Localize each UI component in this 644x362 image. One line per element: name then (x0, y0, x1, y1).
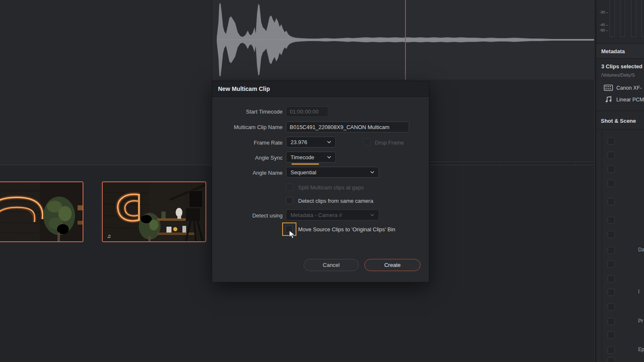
detect-same-camera-checkbox[interactable] (286, 197, 293, 204)
metadata-field-checkbox-2[interactable] (608, 165, 615, 173)
metadata-field-checkbox-9[interactable] (608, 275, 615, 282)
playhead-line[interactable] (405, 0, 406, 80)
audio-codec-icon (605, 96, 612, 103)
dialog-title: New Multicam Clip (218, 85, 270, 92)
create-button[interactable]: Create (364, 259, 421, 271)
frame-rate-label: Frame Rate (212, 140, 283, 146)
meter-tick-30: -30 (600, 10, 605, 14)
drop-frame-checkbox[interactable] (364, 138, 371, 145)
angle-sync-dropdown[interactable]: Timecode (286, 152, 336, 163)
video-codec-text: Canon XF- (616, 85, 641, 91)
detect-using-dropdown[interactable]: Metadata - Camera # (286, 209, 379, 220)
chevron-down-icon (327, 141, 331, 143)
move-source-clips-label: Move Source Clips to 'Original Clips' Bi… (298, 226, 395, 233)
metadata-field-checkbox-8[interactable] (608, 261, 615, 268)
angle-sync-label: Angle Sync (212, 155, 283, 161)
audio-meter-bar (631, 0, 636, 37)
audio-panel-lower (428, 80, 594, 133)
shot-and-scene-section[interactable]: Shot & Scene (601, 118, 636, 124)
meter-tick-50: -50 (600, 28, 605, 32)
clip-thumbnail-2[interactable]: ♫ (102, 181, 206, 242)
chevron-down-icon (327, 156, 331, 158)
mouse-cursor (289, 230, 296, 239)
metadata-panel: -30 -40 -50 Metadata 3 Clips selected /V… (595, 0, 644, 362)
metadata-field-checkbox-3[interactable] (608, 180, 615, 187)
meter-tick-40: -40 (600, 23, 605, 27)
metadata-field-label-10: I (638, 289, 639, 295)
angle-name-label: Angle Name (212, 170, 283, 176)
audio-meter-bar (620, 0, 625, 37)
start-timecode-input[interactable]: 01:00:00:00 (286, 106, 328, 117)
clips-selected-text: 3 Clips selected (601, 63, 642, 70)
metadata-field-checkbox-10[interactable] (608, 289, 615, 296)
metadata-title: Metadata (601, 48, 625, 54)
metadata-field-checkbox-11[interactable] (608, 303, 615, 310)
clip-thumbnail-1[interactable] (0, 181, 83, 242)
metadata-field-checkbox-12[interactable] (608, 318, 615, 325)
audio-waveform-panel (212, 0, 594, 80)
metadata-field-checkbox-13[interactable] (608, 331, 615, 339)
davinci-resolve-window: C491_220808X9_CANON.MXF (0, 0, 644, 362)
audio-meter-bar (610, 0, 615, 37)
metadata-field-checkbox-7[interactable] (608, 247, 615, 254)
metadata-field-checkbox-4[interactable] (608, 198, 615, 205)
metadata-field-checkbox-1[interactable] (608, 152, 615, 159)
transport-controls (428, 132, 594, 162)
metadata-field-label-12: Pr (638, 318, 643, 324)
new-multicam-clip-dialog: New Multicam Clip Start Timecode 01:00:0… (212, 81, 429, 282)
cancel-button[interactable]: Cancel (304, 259, 359, 271)
metadata-field-checkbox-0[interactable] (608, 137, 615, 145)
detect-using-label: Detect using (212, 212, 283, 219)
frame-rate-dropdown[interactable]: 23.976 (286, 137, 336, 147)
metadata-field-checkbox-14[interactable] (608, 346, 615, 354)
audio-waveform (212, 0, 594, 80)
angle-name-dropdown[interactable]: Sequential (286, 167, 379, 178)
audio-meter-bar (641, 0, 644, 37)
split-at-gaps-checkbox[interactable] (286, 184, 293, 191)
start-timecode-label: Start Timecode (212, 109, 283, 115)
video-codec-icon (604, 85, 613, 91)
metadata-field-checkbox-15[interactable] (608, 357, 615, 362)
metadata-field-checkbox-5[interactable] (608, 217, 615, 224)
clip-name-label: Multicam Clip Name (212, 124, 283, 130)
dialog-title-bar: New Multicam Clip (212, 81, 429, 97)
angle-sync-highlight-underline (291, 163, 319, 165)
metadata-field-label-14: Ep (638, 346, 644, 352)
metadata-column-divider (602, 130, 602, 362)
clip-2-preview-image (103, 182, 205, 241)
clip-path-text: /Volumes/Deity/S (601, 72, 635, 78)
metadata-field-label-7: Da (638, 247, 644, 253)
audio-codec-text: Linear PCM (616, 97, 644, 103)
metadata-field-checkbox-6[interactable] (608, 231, 615, 238)
chevron-down-icon (370, 171, 374, 173)
clip-1-preview-image (0, 182, 83, 241)
metadata-header: Metadata (596, 44, 644, 59)
audio-clip-icon: ♫ (107, 233, 111, 239)
detect-same-camera-label: Detect clips from same camera (298, 198, 373, 204)
clip-name-input[interactable]: B015C491_220808X9_CANON Multicam (286, 122, 409, 132)
drop-frame-label: Drop Frame (375, 140, 404, 146)
chevron-down-icon (370, 214, 374, 216)
split-at-gaps-label: Split Multicam clips at gaps (298, 184, 364, 191)
